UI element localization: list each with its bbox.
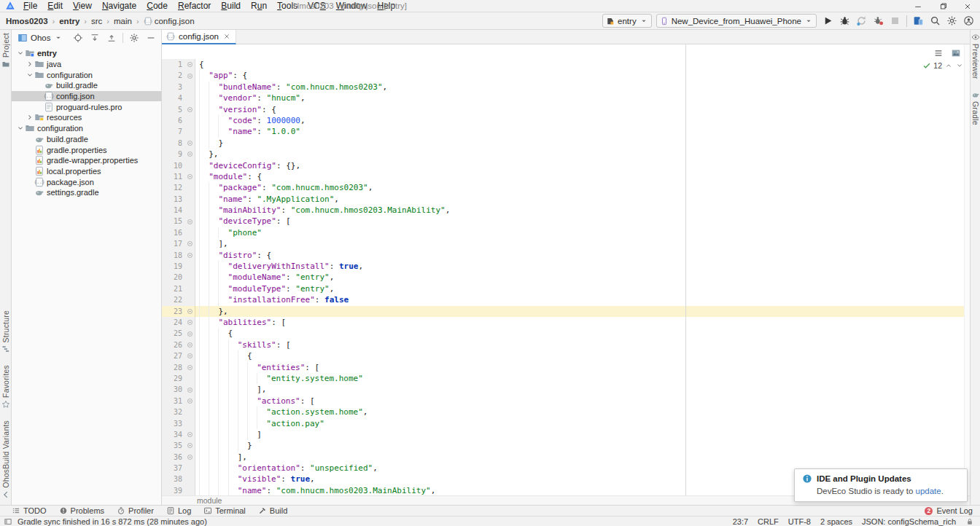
locate-button[interactable] bbox=[72, 32, 84, 44]
chevron-down-icon[interactable] bbox=[16, 49, 25, 58]
tree-item-settings.gradle[interactable]: settings.gradle bbox=[12, 187, 161, 198]
fold-marker-icon[interactable] bbox=[185, 253, 195, 258]
update-link[interactable]: update bbox=[916, 487, 941, 495]
code-line-4[interactable]: 4"vendor": "hnucm", bbox=[162, 93, 964, 103]
code-line-29[interactable]: 29"entity.system.home" bbox=[162, 373, 964, 384]
run-configuration-dropdown[interactable]: entry bbox=[602, 14, 652, 28]
code-line-28[interactable]: 28"entities": [ bbox=[162, 362, 964, 373]
code-line-20[interactable]: 20"moduleName": "entry", bbox=[162, 272, 964, 283]
status-item[interactable]: 23:7 bbox=[733, 517, 748, 526]
code-line-31[interactable]: 31"actions": [ bbox=[162, 396, 964, 407]
menu-edit[interactable]: Edit bbox=[42, 1, 68, 11]
next-issue-icon[interactable] bbox=[955, 61, 964, 70]
tool-window-button-todo[interactable]: TODO bbox=[12, 506, 47, 515]
preview-toggle-icon[interactable] bbox=[951, 48, 961, 58]
tree-item-entry[interactable]: entry bbox=[12, 48, 161, 59]
fold-marker-icon[interactable] bbox=[185, 309, 195, 314]
tree-item-gradle.properties[interactable]: gradle.properties bbox=[12, 144, 161, 155]
code-line-5[interactable]: 5"version": { bbox=[162, 104, 964, 115]
fold-marker-icon[interactable] bbox=[185, 455, 195, 460]
tab-close-icon[interactable] bbox=[222, 32, 231, 41]
menu-view[interactable]: View bbox=[68, 1, 97, 11]
fold-marker-icon[interactable] bbox=[185, 174, 195, 179]
code-line-9[interactable]: 9}, bbox=[162, 149, 964, 160]
stripe-item-structure[interactable]: Structure bbox=[1, 310, 10, 353]
settings-button[interactable] bbox=[945, 14, 959, 28]
code-line-16[interactable]: 16"phone" bbox=[162, 227, 964, 238]
fold-marker-icon[interactable] bbox=[185, 365, 195, 370]
tree-item-configuration[interactable]: configuration bbox=[12, 69, 161, 80]
fold-marker-icon[interactable] bbox=[185, 388, 195, 393]
project-view-selector[interactable]: Ohos bbox=[31, 34, 51, 42]
menu-file[interactable]: File bbox=[18, 1, 42, 11]
fold-marker-icon[interactable] bbox=[185, 107, 195, 112]
fold-marker-icon[interactable] bbox=[185, 241, 195, 246]
fold-marker-icon[interactable] bbox=[185, 353, 195, 358]
code-line-30[interactable]: 30], bbox=[162, 384, 964, 395]
fold-marker-icon[interactable] bbox=[185, 152, 195, 157]
attach-debugger-button[interactable] bbox=[871, 14, 885, 28]
breadcrumb-item-entry[interactable]: entry bbox=[59, 17, 79, 25]
code-line-22[interactable]: 22"installationFree": false bbox=[162, 294, 964, 305]
tree-item-configuration[interactable]: configuration bbox=[12, 123, 161, 134]
code-line-21[interactable]: 21"moduleType": "entry", bbox=[162, 283, 964, 294]
code-line-2[interactable]: 2"app": { bbox=[162, 70, 964, 81]
stripe-item-project[interactable]: Project bbox=[1, 33, 10, 68]
fold-marker-icon[interactable] bbox=[185, 432, 195, 437]
status-item[interactable]: UTF-8 bbox=[788, 517, 811, 526]
menu-code[interactable]: Code bbox=[141, 1, 173, 11]
tool-window-button-problems[interactable]: Problems bbox=[59, 506, 104, 515]
code-line-18[interactable]: 18"distro": { bbox=[162, 250, 964, 261]
breadcrumb-item-src[interactable]: src bbox=[91, 17, 102, 25]
menu-refactor[interactable]: Refactor bbox=[173, 1, 216, 11]
tab-config-json[interactable]: {..} config.json bbox=[162, 30, 236, 44]
hide-panel-button[interactable] bbox=[145, 32, 157, 44]
run-with-coverage-button[interactable] bbox=[855, 14, 868, 28]
fold-marker-icon[interactable] bbox=[185, 342, 195, 348]
tree-item-local.properties[interactable]: local.properties bbox=[12, 166, 161, 177]
close-button[interactable] bbox=[955, 0, 980, 12]
chevron-down-icon[interactable] bbox=[54, 34, 63, 42]
code-line-14[interactable]: 14"mainAbility": "com.hnucm.hmos0203.Mai… bbox=[162, 205, 964, 216]
prev-issue-icon[interactable] bbox=[944, 61, 953, 70]
tree-item-config.json[interactable]: {..}config.json bbox=[12, 91, 161, 102]
panel-settings-button[interactable] bbox=[128, 32, 140, 44]
target-device-dropdown[interactable]: New_Device_from_Huawei_Phone bbox=[656, 14, 817, 28]
device-manager-button[interactable] bbox=[911, 14, 925, 28]
fold-marker-icon[interactable] bbox=[185, 399, 195, 404]
fold-marker-icon[interactable] bbox=[185, 331, 195, 337]
code-line-33[interactable]: 33"action.pay" bbox=[162, 418, 964, 429]
chevron-down-icon[interactable] bbox=[16, 124, 25, 133]
collapse-all-button[interactable] bbox=[106, 32, 117, 44]
code-line-26[interactable]: 26"skills": [ bbox=[162, 339, 964, 350]
breadcrumb-item-main[interactable]: main bbox=[114, 17, 132, 25]
code-line-3[interactable]: 3"bundleName": "com.hnucm.hmos0203", bbox=[162, 82, 964, 93]
code-line-15[interactable]: 15"deviceType": [ bbox=[162, 216, 964, 227]
inspection-widget[interactable]: 12 bbox=[922, 61, 964, 70]
debug-button[interactable] bbox=[838, 14, 852, 28]
menu-run[interactable]: Run bbox=[246, 1, 272, 11]
stripe-item-gradle[interactable]: Gradle bbox=[971, 90, 980, 125]
tree-item-build.gradle[interactable]: build.gradle bbox=[12, 80, 161, 91]
code-line-34[interactable]: 34] bbox=[162, 429, 964, 440]
run-button[interactable] bbox=[821, 14, 835, 28]
fold-marker-icon[interactable] bbox=[185, 320, 195, 325]
stop-button[interactable] bbox=[888, 14, 902, 28]
editor-body[interactable]: 1{2"app": {3"bundleName": "com.hnucm.hmo… bbox=[162, 44, 970, 495]
status-item[interactable]: CRLF bbox=[758, 517, 779, 526]
code-view-toggle-icon[interactable] bbox=[933, 48, 944, 58]
code-line-32[interactable]: 32"action.system.home", bbox=[162, 407, 964, 417]
maximize-button[interactable] bbox=[930, 0, 955, 12]
fold-marker-icon[interactable] bbox=[185, 62, 195, 67]
code-line-35[interactable]: 35} bbox=[162, 440, 964, 451]
chevron-right-icon[interactable] bbox=[26, 60, 34, 68]
fold-marker-icon[interactable] bbox=[185, 443, 195, 448]
search-everywhere-button[interactable] bbox=[928, 14, 942, 28]
chevron-right-icon[interactable] bbox=[26, 113, 34, 122]
stripe-item-favorites[interactable]: Favorites bbox=[1, 365, 10, 409]
status-item[interactable]: JSON: configSchema_rich bbox=[862, 517, 956, 526]
stripe-item-previewer[interactable]: Previewer bbox=[971, 33, 980, 79]
tree-item-build.gradle[interactable]: build.gradle bbox=[12, 134, 161, 145]
tree-item-resources[interactable]: resources bbox=[12, 112, 161, 123]
chevron-down-icon[interactable] bbox=[26, 71, 34, 79]
